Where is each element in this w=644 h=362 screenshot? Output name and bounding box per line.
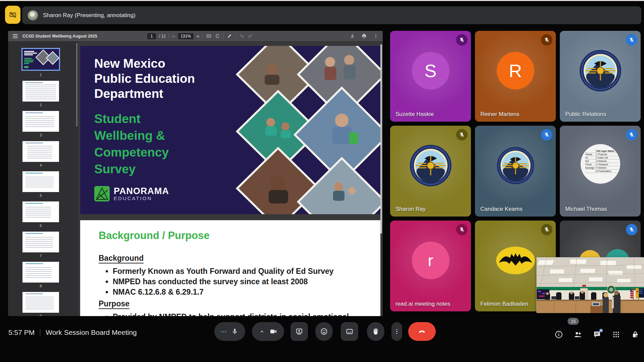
participant-tile[interactable]: OSI Layer Name Please1 Physical Do2 Data… — [560, 126, 641, 217]
thumbnail-number: 2 — [22, 103, 59, 107]
thumbnail-slide-8[interactable] — [22, 262, 59, 283]
divider — [40, 329, 40, 336]
participant-name: Felimon Badbaden — [480, 301, 528, 307]
meeting-time-and-name: 5:57 PM Work Session Board Meeting — [8, 328, 137, 337]
boardroom-camera-pip[interactable] — [537, 257, 644, 313]
window-top-edge — [0, 0, 644, 1]
avatar: S — [412, 52, 449, 89]
mic-off-icon — [629, 37, 635, 43]
participant-count-badge: 15 — [568, 318, 579, 325]
end-call-icon — [418, 327, 426, 336]
participant-tile[interactable]: Public Relations — [560, 31, 641, 122]
mic-off-icon — [459, 227, 465, 233]
zoom-out-button[interactable]: − — [172, 34, 175, 39]
logo-name: PANORAMA — [114, 187, 169, 195]
thumbnail-number: 4 — [22, 163, 59, 167]
present-icon — [295, 327, 303, 336]
participant-tile[interactable]: R Reiner Martens — [475, 31, 556, 122]
thumbnail-slide-5[interactable] — [22, 171, 59, 192]
participant-tile[interactable]: r read.ai meeting notes — [390, 221, 471, 311]
batman-logo-avatar — [495, 245, 536, 276]
thumbnail-slide-7[interactable] — [22, 232, 59, 252]
presenter-banner-label: Sharon Ray (Presenting, annotating) — [43, 12, 136, 19]
meeting-details-button[interactable] — [554, 330, 563, 339]
mic-off-icon — [459, 37, 465, 43]
slide-title-line: Department — [94, 86, 195, 101]
people-icon — [574, 330, 582, 339]
reactions-button[interactable] — [315, 322, 333, 341]
participant-name: Public Relations — [565, 111, 606, 118]
slide-subtitle-line: Competency — [94, 144, 195, 161]
thumbnail-number: 3 — [22, 133, 59, 137]
participant-tile[interactable]: Sharon Ray — [390, 126, 471, 217]
more-options-button[interactable] — [391, 322, 402, 341]
fit-width-icon[interactable] — [206, 33, 212, 39]
chevron-up-icon[interactable] — [259, 328, 265, 335]
redo-icon[interactable] — [248, 33, 253, 39]
pdf-toolbar: CCSD Student Wellbeing August 2025 1 / 1… — [8, 31, 383, 42]
mic-off-icon — [629, 132, 635, 138]
thumbnail-slide-9[interactable] — [22, 292, 59, 313]
slide-title-line: New Mexico — [94, 56, 195, 71]
mic-off-indicator — [541, 129, 552, 140]
info-icon — [554, 330, 563, 339]
annotate-pen-icon[interactable] — [227, 33, 232, 39]
participant-tile[interactable]: Candace Keams — [475, 126, 556, 217]
thumbnail-slide-6[interactable] — [22, 201, 59, 222]
audio-activity-icon: ⋯ — [221, 328, 227, 335]
present-screen-button[interactable] — [290, 322, 308, 341]
microphone-button[interactable]: ⋯ — [214, 322, 245, 341]
host-controls-button[interactable] — [631, 330, 640, 339]
mic-off-icon — [459, 132, 465, 138]
undo-icon[interactable] — [239, 33, 245, 39]
bullet-item: NMPED has conducted the survey since at … — [113, 277, 361, 286]
captions-button[interactable] — [341, 322, 358, 341]
show-everyone-button[interactable] — [574, 330, 582, 339]
thumbnail-slide-1[interactable] — [21, 48, 60, 71]
pdf-document-title: CCSD Student Wellbeing August 2025 — [22, 34, 97, 39]
chat-notification-dot — [599, 329, 603, 332]
thumbnail-slide-3[interactable] — [22, 111, 59, 132]
participant-tile[interactable]: S Suzette Haskie — [390, 31, 471, 122]
mic-off-indicator — [456, 224, 468, 235]
district-seal-logo — [409, 143, 453, 188]
page-number-input[interactable]: 1 — [147, 33, 156, 39]
page-total-label: / 12 — [159, 34, 166, 38]
camera-button[interactable] — [252, 322, 284, 341]
thumbnail-scrollbar[interactable] — [76, 43, 77, 127]
section-label: Background — [99, 254, 144, 263]
thumbnail-number: 5 — [22, 193, 59, 197]
photo-collage — [231, 46, 380, 214]
thumbnail-number: 9 — [22, 314, 59, 316]
emoji-icon — [320, 327, 328, 336]
thumbnail-slide-4[interactable] — [22, 141, 59, 162]
chat-button[interactable] — [593, 330, 601, 339]
zoom-level-value[interactable]: 131% — [178, 33, 194, 39]
raise-hand-button[interactable] — [367, 322, 384, 341]
google-meet-window: Sharon Ray (Presenting, annotating) CCSD… — [0, 0, 644, 362]
mic-off-icon — [629, 227, 635, 233]
more-options-icon[interactable] — [373, 33, 379, 39]
more-vert-icon — [393, 328, 400, 335]
thumbnail-slide-2[interactable] — [22, 81, 59, 102]
district-seal-logo — [578, 49, 623, 93]
presenter-banner[interactable]: Sharon Ray (Presenting, annotating) — [22, 6, 641, 24]
mic-off-indicator — [626, 129, 637, 140]
clock-time: 5:57 PM — [8, 328, 35, 337]
bullet-item: Provided by NMPED to help support distri… — [113, 312, 361, 316]
mic-off-indicator — [456, 129, 468, 140]
download-icon[interactable] — [350, 33, 355, 39]
bullet-item: NMAC 6.12.6.8 & 6.29.1.7 — [113, 288, 361, 297]
mic-off-indicator — [626, 34, 637, 46]
menu-icon[interactable] — [13, 34, 18, 38]
activities-button[interactable] — [612, 330, 621, 339]
zoom-in-button[interactable]: + — [197, 34, 200, 39]
logo-subtitle: EDUCATION — [114, 195, 169, 201]
rotate-icon[interactable] — [215, 33, 220, 39]
panorama-logo-icon — [94, 186, 110, 201]
print-icon[interactable] — [361, 33, 367, 39]
annotation-mode-button[interactable] — [5, 6, 20, 24]
end-call-button[interactable] — [408, 322, 436, 341]
document-scrollbar[interactable] — [380, 44, 382, 234]
keyboard-off-icon — [9, 11, 17, 19]
